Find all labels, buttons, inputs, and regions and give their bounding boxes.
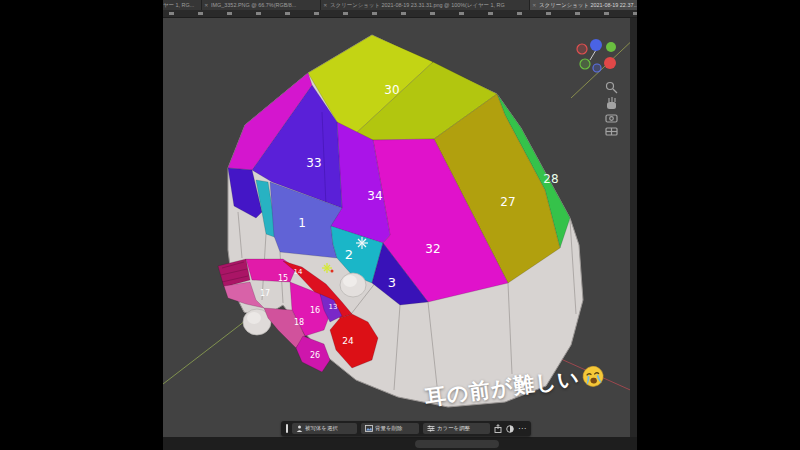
ruler-ticks (169, 12, 637, 15)
ruler (163, 10, 637, 18)
select-subject-button[interactable]: 被写体を選択 (292, 423, 357, 434)
face-label: 17 (260, 289, 270, 298)
face-label: 33 (306, 156, 321, 170)
tab-label: スクリーンショット 2021-08-19 23.31.31.png @ 100%… (330, 1, 505, 8)
face-label: 18 (294, 318, 304, 327)
tab-label: ヤー 1, RG... (163, 1, 194, 8)
face-label: 28 (543, 172, 558, 186)
gizmo-x-axis-neg[interactable] (577, 44, 587, 54)
screenshot-stage: ヤー 1, RG... ✕ IMG_3352.PNG @ 66.7%(RGB/8… (0, 0, 800, 450)
person-icon (296, 425, 303, 432)
face-label: 16 (310, 306, 320, 315)
face-label: 14 (294, 268, 303, 276)
document-tab-bar: ヤー 1, RG... ✕ IMG_3352.PNG @ 66.7%(RGB/8… (163, 0, 637, 10)
face-label: 13 (329, 303, 338, 311)
button-label: カラーを調整 (437, 425, 470, 432)
gizmo-z-axis[interactable] (590, 39, 602, 51)
eyeball-highlight (343, 275, 357, 287)
close-icon[interactable]: ✕ (204, 2, 209, 7)
gizmo-y-axis[interactable] (606, 42, 616, 52)
close-icon[interactable]: ✕ (323, 2, 328, 7)
face-label: 30 (384, 83, 399, 97)
app-window: ヤー 1, RG... ✕ IMG_3352.PNG @ 66.7%(RGB/8… (163, 0, 637, 450)
contrast-icon[interactable] (506, 425, 514, 433)
document-tab[interactable]: ✕ IMG_3352.PNG @ 66.7%(RGB/8... (202, 0, 321, 10)
more-options-icon[interactable]: ⋯ (518, 426, 526, 432)
dock-hint (415, 440, 499, 448)
crying-emoji: 😭 (580, 363, 606, 389)
face-label: 27 (500, 195, 515, 209)
quick-actions-toolbar: 被写体を選択 背景を削除 カラーを調整 (281, 421, 531, 436)
perspective-toggle-icon[interactable] (606, 128, 617, 135)
red-dot-marker (331, 270, 334, 273)
adjust-color-button[interactable]: カラーを調整 (423, 423, 490, 434)
remove-background-button[interactable]: 背景を削除 (361, 423, 419, 434)
camera-view-icon[interactable] (606, 115, 617, 122)
gizmo-z-axis-neg[interactable] (593, 64, 601, 72)
face-label: 26 (310, 351, 320, 360)
right-letterbox (637, 0, 800, 450)
document-tab-active[interactable]: ✕ スクリーンショット 2021-08-19 22.37... (530, 0, 641, 10)
left-letterbox (0, 0, 163, 450)
face-label: 3 (388, 275, 396, 290)
gizmo-x-axis[interactable] (604, 57, 616, 69)
zoom-tool-icon[interactable] (607, 83, 618, 94)
head-model: 30 33 34 27 28 32 1 2 3 15 14 17 16 13 (218, 35, 583, 407)
button-label: 被写体を選択 (305, 425, 338, 432)
eyeball-highlight (247, 312, 261, 324)
gizmo-stick (590, 50, 596, 60)
tab-label: IMG_3352.PNG @ 66.7%(RGB/8... (211, 2, 296, 8)
gizmo-y-axis-neg[interactable] (580, 59, 590, 69)
document-tab[interactable]: ✕ スクリーンショット 2021-08-19 23.31.31.png @ 10… (321, 0, 530, 10)
face-label: 2 (345, 247, 353, 262)
close-icon[interactable]: ✕ (532, 2, 537, 7)
share-icon[interactable] (494, 424, 502, 433)
bottom-bar (163, 437, 637, 450)
button-label: 背景を削除 (375, 425, 402, 432)
axis-gizmo[interactable] (577, 39, 616, 72)
viewport-tools (606, 83, 617, 136)
face-label: 24 (342, 336, 354, 346)
face-label: 34 (367, 189, 382, 203)
image-icon (365, 425, 373, 432)
tab-label: スクリーンショット 2021-08-19 22.37... (539, 1, 638, 8)
face-label: 15 (278, 274, 288, 283)
viewport-edge-strip (630, 17, 637, 437)
document-tab[interactable]: ヤー 1, RG... (163, 0, 202, 10)
drag-handle[interactable] (286, 424, 288, 433)
face-label: 32 (425, 242, 440, 256)
face-label: 1 (298, 216, 306, 230)
sliders-icon (427, 425, 435, 432)
hand-tool-icon[interactable] (607, 97, 616, 109)
